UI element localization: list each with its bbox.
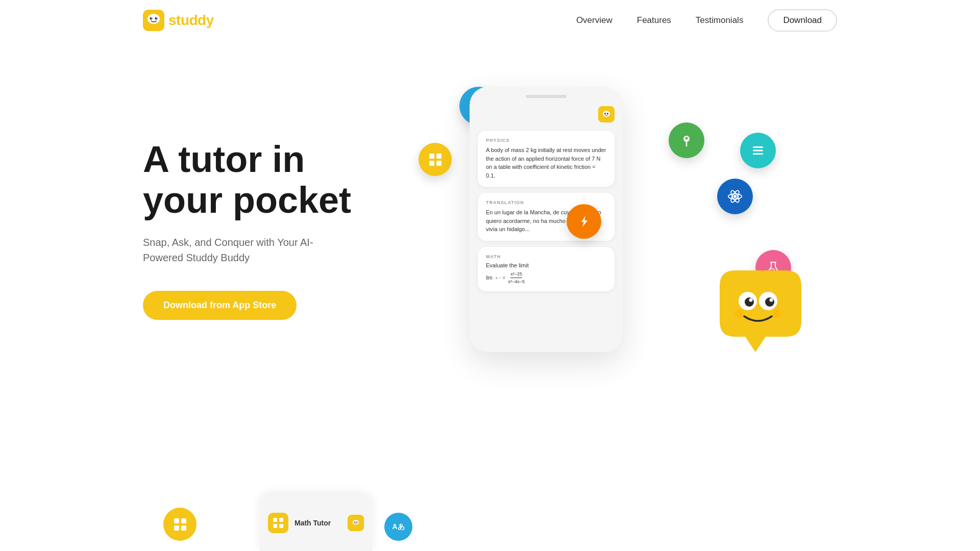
svg-rect-31 — [174, 518, 179, 523]
svg-point-25 — [745, 297, 754, 307]
hero-title-line2: your pocket — [143, 180, 351, 220]
logo-text: studdy — [168, 12, 214, 29]
svg-rect-35 — [273, 518, 277, 522]
math-intro: Evaluate the limit — [486, 262, 606, 268]
bottom-preview-strip: Math Tutor Aあ — [0, 485, 980, 551]
svg-rect-6 — [429, 154, 434, 159]
svg-point-5 — [156, 17, 157, 18]
svg-point-10 — [603, 111, 610, 117]
math-limit: lim x→ 0 x²−25 x²−4x−5 — [486, 271, 606, 284]
svg-rect-15 — [753, 146, 763, 148]
svg-point-1 — [148, 14, 160, 24]
svg-rect-37 — [273, 524, 277, 528]
limit-subscript: x→ 0 — [496, 276, 505, 280]
limit-keyword: lim — [486, 275, 493, 281]
hero-section: A tutor in your pocket Snap, Ask, and Co… — [0, 41, 980, 388]
svg-rect-33 — [174, 525, 179, 531]
phone-notch — [526, 95, 567, 98]
svg-point-18 — [733, 195, 737, 198]
atom-icon — [726, 188, 744, 205]
navigation: studdy Overview Features Testimonials Do… — [0, 0, 980, 41]
studdy-app-icon — [598, 106, 615, 122]
bottom-grid-circle — [163, 508, 197, 541]
svg-point-30 — [773, 310, 781, 318]
phone-top-bar — [478, 95, 615, 98]
svg-rect-38 — [279, 524, 283, 528]
bottom-grid-icon-small — [272, 517, 284, 529]
svg-point-28 — [770, 298, 773, 302]
math-card: MATH Evaluate the limit lim x→ 0 x²−25 x… — [478, 247, 615, 291]
math-tutor-label: Math Tutor — [295, 519, 331, 527]
svg-point-11 — [604, 113, 606, 114]
hero-text-block: A tutor in your pocket Snap, Ask, and Co… — [143, 139, 388, 319]
studdy-mascot — [704, 260, 806, 362]
hero-illustration: Aあ — [408, 77, 837, 383]
svg-point-12 — [607, 113, 608, 114]
hero-title: A tutor in your pocket — [143, 139, 388, 220]
bottom-grid-icon — [173, 517, 187, 532]
download-appstore-button[interactable]: Download from App Store — [143, 291, 297, 320]
logo[interactable]: studdy — [143, 10, 214, 31]
nav-links: Overview Features Testimonials Download — [576, 9, 837, 32]
math-content: Evaluate the limit lim x→ 0 x²−25 x²−4x−… — [486, 262, 606, 284]
frac-denominator: x²−4x−5 — [508, 278, 525, 284]
nav-features[interactable]: Features — [637, 15, 671, 26]
bottom-studdy-icon — [348, 515, 364, 531]
logo-icon — [143, 10, 164, 31]
studdy-mascot-small — [601, 109, 611, 119]
svg-point-27 — [749, 298, 753, 302]
svg-point-14 — [685, 137, 688, 140]
svg-point-4 — [151, 17, 152, 18]
grid-icon-circle — [419, 143, 452, 176]
phone-header — [478, 106, 615, 122]
pin-icon-circle — [669, 122, 704, 158]
bottom-translate-circle: Aあ — [384, 513, 412, 541]
math-label: MATH — [486, 254, 606, 259]
nav-testimonials[interactable]: Testimonials — [696, 15, 744, 26]
svg-rect-9 — [436, 161, 442, 166]
svg-point-40 — [354, 521, 355, 522]
grid-icon — [428, 153, 443, 167]
physics-card: PHYSICS A body of mass 2 kg initially at… — [478, 131, 615, 187]
physics-text: A body of mass 2 kg initially at rest mo… — [486, 146, 606, 180]
svg-rect-16 — [753, 150, 763, 152]
nav-download-button[interactable]: Download — [768, 9, 837, 32]
svg-rect-17 — [753, 153, 763, 155]
math-fraction: x²−25 x²−4x−5 — [508, 271, 525, 284]
svg-rect-32 — [181, 518, 186, 523]
svg-point-2 — [150, 17, 153, 20]
svg-point-29 — [735, 310, 743, 318]
physics-label: PHYSICS — [486, 138, 606, 143]
mascot-svg — [704, 260, 806, 362]
svg-rect-36 — [279, 518, 283, 522]
bottom-phone-app-icon — [268, 513, 288, 533]
nav-overview[interactable]: Overview — [576, 15, 612, 26]
layers-icon — [750, 142, 766, 159]
svg-point-3 — [155, 17, 158, 20]
svg-point-41 — [356, 521, 357, 522]
hero-title-line1: A tutor in — [143, 139, 305, 180]
lightning-icon-circle — [567, 204, 601, 239]
svg-rect-8 — [429, 161, 434, 166]
svg-rect-7 — [436, 154, 442, 159]
pin-icon — [679, 133, 694, 148]
studdy-mini-icon — [351, 518, 360, 528]
atom-icon-circle — [717, 179, 753, 214]
lightning-icon — [576, 214, 592, 229]
svg-point-26 — [765, 297, 774, 307]
hero-subtitle: Snap, Ask, and Conquer with Your AI-Powe… — [143, 235, 337, 265]
svg-rect-34 — [181, 525, 186, 531]
layers-icon-circle — [740, 133, 776, 168]
frac-numerator: x²−25 — [510, 271, 522, 278]
bottom-phone-card: Math Tutor — [260, 495, 372, 551]
